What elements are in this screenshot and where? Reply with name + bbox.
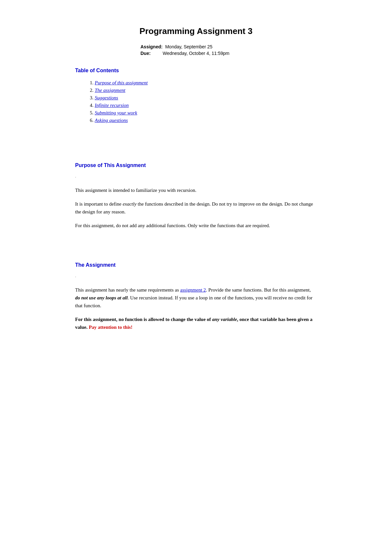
purpose-section: Purpose of This Assignment · This assign… [75,162,317,229]
assignment-para-1-mid: . Provide the same functions. But for th… [206,287,311,293]
assigned-label: Assigned: [140,44,163,49]
spacer-1 [75,143,317,162]
purpose-heading-wrapper: Purpose of This Assignment [75,162,317,168]
spacer-2 [75,243,317,262]
list-item: Suggestions [95,95,317,101]
assignment-para-1-prefix: This assignment has nearly the same requ… [75,287,180,293]
purpose-para-1: This assignment is intended to familiari… [75,186,317,194]
assignment-heading-wrapper: The Assignment [75,262,317,268]
list-item: The assignment [95,88,317,93]
page-title: Programming Assignment 3 [75,26,317,36]
assignment-para-2-red: Pay attention to this! [89,325,133,330]
purpose-heading: Purpose of This Assignment [75,162,317,168]
assignment-para-1: This assignment has nearly the same requ… [75,286,317,310]
assignment-2-link[interactable]: assignment 2 [180,287,206,293]
due-label: Due: [140,51,160,56]
assigned-row: Assigned: Monday, September 25 [140,44,317,49]
list-item: Infinite recursion [95,103,317,108]
list-item: Submitting your work [95,110,317,116]
list-item: Asking questions [95,118,317,123]
toc-link-3[interactable]: Suggestions [95,95,118,100]
assignment-para-1-bold-italic: do not use any loops at all [75,295,128,300]
meta-info: Assigned: Monday, September 25 Due: Wedn… [140,44,317,56]
due-row: Due: Wednesday, October 4, 11:59pm [140,51,317,56]
due-value: Wednesday, October 4, 11:59pm [163,51,229,56]
toc-link-5[interactable]: Submitting your work [95,110,137,115]
toc-link-2[interactable]: The assignment [95,88,125,93]
purpose-para-2-prefix: It is important to define [75,201,122,207]
toc-heading: Table of Contents [75,68,317,74]
toc-link-6[interactable]: Asking questions [95,118,128,123]
assignment-para-2: For this assignment, no function is allo… [75,315,317,331]
assignment-heading: The Assignment [75,262,317,268]
purpose-para-2: It is important to define exactly the fu… [75,200,317,216]
dot-separator-2: · [75,275,317,279]
dot-separator-1: · [75,175,317,180]
toc-list: Purpose of this assignment The assignmen… [95,80,317,123]
purpose-para-2-italic: exactly [122,201,136,207]
toc-section: Table of Contents Purpose of this assign… [75,68,317,123]
toc-link-1[interactable]: Purpose of this assignment [95,80,148,85]
toc-heading-wrapper: Table of Contents [75,68,317,74]
toc-link-4[interactable]: Infinite recursion [95,103,129,108]
assignment-para-2-prefix: For this assignment, no function is allo… [75,317,212,322]
list-item: Purpose of this assignment [95,80,317,86]
assigned-value: Monday, September 25 [165,44,213,49]
page-container: Programming Assignment 3 Assigned: Monda… [56,0,336,370]
assignment-section: The Assignment · This assignment has nea… [75,262,317,331]
assignment-para-2-bold-italic: any variable [212,317,237,322]
purpose-para-3: For this assignment, do not add any addi… [75,222,317,229]
